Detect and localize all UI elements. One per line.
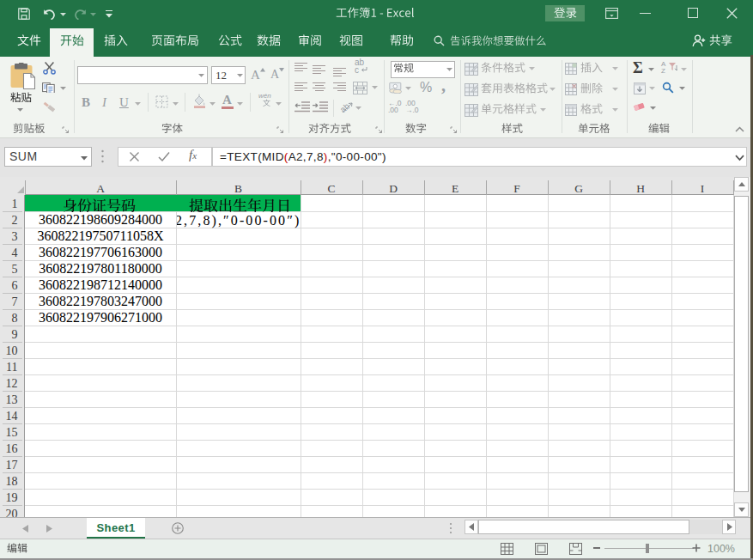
svg-text:ab: ab xyxy=(340,100,352,114)
